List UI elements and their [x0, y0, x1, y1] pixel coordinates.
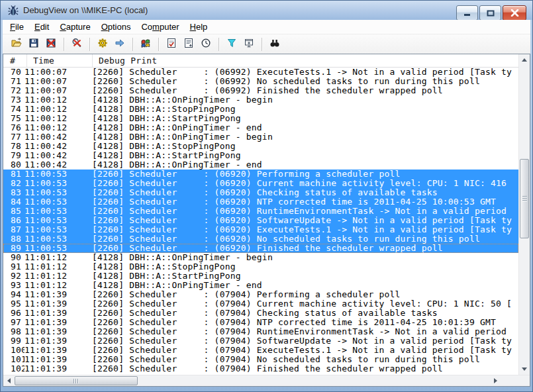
thumb-grip-icon: [73, 379, 79, 383]
column-header-debug-print[interactable]: Debug Print: [93, 54, 518, 67]
log-row[interactable]: 9211:01:12[4128] DBH::A::StartPingPong: [3, 271, 518, 281]
toolbar-separator: [64, 38, 64, 51]
up-arrow-icon: [522, 58, 527, 62]
log-row[interactable]: 7211:00:07[2260] Scheduler : (06992) Fin…: [3, 86, 518, 95]
clock-time-button[interactable]: [198, 36, 214, 52]
log-row[interactable]: 9811:01:39[2260] Scheduler : (07904) Run…: [3, 327, 518, 336]
log-row[interactable]: 9711:01:39[2260] Scheduler : (07904) NTP…: [3, 318, 518, 327]
save-log-button[interactable]: [26, 36, 42, 52]
save-icon: [28, 38, 39, 50]
log-row[interactable]: 7911:00:42[4128] DBH::A::StartPingPong: [3, 151, 518, 160]
log-row[interactable]: 10011:01:39[2260] Scheduler : (07904) Ex…: [3, 346, 518, 355]
scrollbar-corner: [501, 375, 530, 386]
find-button[interactable]: [267, 36, 283, 52]
log-row[interactable]: 8111:00:53[2260] Scheduler : (06920) Per…: [3, 170, 518, 179]
horizontal-scrollbar-thumb[interactable]: [15, 376, 138, 385]
gear-icon: [97, 38, 108, 50]
toolbar-separator: [158, 38, 159, 51]
log-row[interactable]: 7611:00:12[4128] DBH::A::OnPingTimer - e…: [3, 123, 518, 132]
close-button[interactable]: [503, 5, 526, 21]
log-row[interactable]: 9511:01:39[2260] Scheduler : (07904) Cur…: [3, 299, 518, 309]
thumb-grip-icon: [522, 196, 527, 201]
window-title: DebugView on \\MIKE-PC (local): [23, 5, 148, 15]
log-row[interactable]: 7511:00:12[4128] DBH::A::StartPingPong: [3, 114, 518, 123]
minimize-icon: [463, 7, 471, 19]
vertical-scrollbar-thumb[interactable]: [520, 159, 529, 238]
log-row[interactable]: 9011:01:12[4128] DBH::A::OnPingTimer - b…: [3, 253, 518, 262]
debugview-window: DebugView on \\MIKE-PC (local) FileEditC…: [0, 0, 533, 392]
list-header: # Time Debug Print: [3, 54, 518, 68]
menu-bar: FileEditCaptureOptionsComputerHelp: [3, 20, 530, 34]
log-row[interactable]: 7811:00:42[4128] DBH::A::StopPingPong: [3, 142, 518, 151]
menu-file[interactable]: File: [5, 20, 29, 34]
debug-output-list: # Time Debug Print 7011:00:07[2260] Sche…: [3, 54, 530, 387]
menu-capture[interactable]: Capture: [54, 20, 95, 34]
maximize-icon: [487, 7, 495, 19]
log-row[interactable]: 8211:00:53[2260] Scheduler : (06920) Cur…: [3, 179, 518, 188]
menu-computer[interactable]: Computer: [136, 20, 184, 34]
toolbar-separator: [89, 38, 90, 51]
log-row[interactable]: 10211:01:39[2260] Scheduler : (07904) Fi…: [3, 364, 518, 373]
log-row[interactable]: 9311:01:12[4128] DBH::A::OnPingTimer - e…: [3, 281, 518, 290]
title-bar[interactable]: DebugView on \\MIKE-PC (local): [1, 1, 532, 20]
log-row[interactable]: 9111:01:12[4128] DBH::A::StopPingPong: [3, 262, 518, 271]
history-depth-button[interactable]: [241, 36, 257, 52]
menu-edit[interactable]: Edit: [29, 20, 54, 34]
caption-buttons: [456, 5, 526, 21]
log-to-file-button[interactable]: [43, 36, 59, 52]
windows-logo-icon: [140, 38, 151, 50]
log-row[interactable]: 8911:00:53[2260] Scheduler : (06920) Fin…: [3, 244, 518, 253]
log-row[interactable]: 9411:01:39[2260] Scheduler : (07904) Per…: [3, 290, 518, 299]
log-row[interactable]: 8811:00:53[2260] Scheduler : (06920) No …: [3, 234, 518, 244]
minimize-button[interactable]: [456, 5, 478, 21]
horizontal-scrollbar[interactable]: [3, 375, 501, 386]
close-icon: [510, 7, 519, 19]
vertical-scrollbar[interactable]: [518, 54, 530, 375]
document-lines-icon: [183, 38, 194, 50]
scroll-up-button[interactable]: [518, 54, 530, 66]
scroll-left-button[interactable]: [3, 375, 15, 386]
toolbar-separator: [218, 38, 219, 51]
toolbar-separator: [132, 38, 133, 51]
filter-highlight-button[interactable]: [224, 36, 240, 52]
pass-through-arrow-icon: [115, 38, 125, 50]
log-row[interactable]: 7111:00:07[2260] Scheduler : (06992) No …: [3, 77, 518, 86]
process-details-button[interactable]: [181, 36, 197, 52]
column-header-number[interactable]: #: [3, 54, 27, 67]
log-row[interactable]: 7011:00:07[2260] Scheduler : (06992) Exe…: [3, 68, 518, 77]
maximize-button[interactable]: [479, 5, 501, 21]
log-boot-button[interactable]: [164, 36, 179, 52]
log-row[interactable]: 7411:00:12[4128] DBH::A::StopPingPong: [3, 105, 518, 114]
log-row[interactable]: 8311:00:53[2260] Scheduler : (06920) Che…: [3, 188, 518, 197]
toolbar-separator: [262, 38, 262, 51]
log-row[interactable]: 9911:01:39[2260] Scheduler : (07904) Sof…: [3, 336, 518, 346]
binoculars-icon: [269, 38, 280, 50]
column-header-time[interactable]: Time: [27, 54, 93, 67]
open-log-button[interactable]: [9, 36, 24, 52]
capture-kernel-icon: [72, 38, 82, 50]
open-folder-icon: [11, 38, 22, 50]
menu-help[interactable]: Help: [185, 20, 213, 34]
log-row[interactable]: 8011:00:42[4128] DBH::A::OnPingTimer - e…: [3, 160, 518, 170]
scroll-right-button[interactable]: [490, 375, 501, 386]
toolbar: [3, 34, 530, 54]
pass-through-button[interactable]: [112, 36, 128, 52]
log-row[interactable]: 9611:01:39[2260] Scheduler : (07904) Che…: [3, 309, 518, 318]
right-arrow-icon: [494, 378, 497, 383]
capture-kernel-button[interactable]: [69, 36, 85, 52]
log-row[interactable]: 8511:00:53[2260] Scheduler : (06920) Run…: [3, 207, 518, 216]
clock-icon: [201, 38, 211, 50]
log-row[interactable]: 7311:00:12[4128] DBH::A::OnPingTimer - b…: [3, 95, 518, 105]
filter-funnel-icon: [226, 38, 237, 50]
scroll-down-button[interactable]: [518, 364, 530, 375]
log-row[interactable]: 8711:00:53[2260] Scheduler : (06920) Exe…: [3, 225, 518, 234]
capture-global-win32-button[interactable]: [95, 36, 111, 52]
menu-options[interactable]: Options: [96, 20, 136, 34]
capture-events-button[interactable]: [138, 36, 154, 52]
down-arrow-icon: [522, 368, 527, 371]
log-row[interactable]: 7711:00:42[4128] DBH::A::OnPingTimer - b…: [3, 132, 518, 142]
log-row[interactable]: 8611:00:53[2260] Scheduler : (06920) Sof…: [3, 216, 518, 225]
log-to-file-icon: [46, 38, 56, 50]
log-row[interactable]: 10111:01:39[2260] Scheduler : (07904) No…: [3, 355, 518, 364]
log-row[interactable]: 8411:00:53[2260] Scheduler : (06920) NTP…: [3, 197, 518, 207]
